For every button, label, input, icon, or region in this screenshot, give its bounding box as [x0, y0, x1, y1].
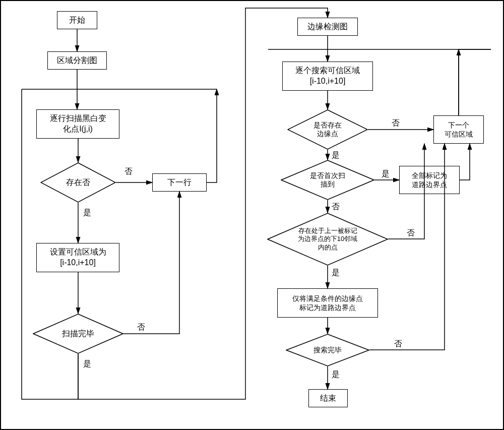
node-label: 是否存在 边缘点: [310, 121, 345, 139]
node-label: 全部标记为 道路边界点: [412, 171, 447, 189]
edge-label-yes: 是: [332, 268, 340, 278]
node-neighbor-q: 存在处于上一被标记 为边界点的下10邻域 内的点: [267, 213, 388, 266]
node-scan-row: 逐行扫描黑白变 化点I(j,i): [36, 109, 119, 139]
node-label: 结束: [320, 393, 336, 404]
edge-label-yes: 是: [382, 169, 390, 179]
node-search-trust: 逐个搜索可信区域 [i-10,i+10]: [282, 62, 373, 91]
node-label: 存在否: [63, 177, 93, 188]
edge-label-yes: 是: [332, 150, 340, 161]
node-label: 下一个 可信区域: [445, 120, 473, 139]
node-start: 开始: [57, 11, 97, 29]
node-label: 存在处于上一被标记 为边界点的下10邻域 内的点: [295, 227, 360, 252]
node-label: 仅将满足条件的边缘点 标记为道路边界点: [292, 294, 363, 312]
node-label: 区域分割图: [57, 55, 97, 66]
node-next-trust: 下一个 可信区域: [433, 115, 484, 144]
edge-label-no: 否: [394, 339, 402, 349]
node-edge-map: 边缘检测图: [297, 18, 358, 36]
flowchart-canvas: 开始 区域分割图 逐行扫描黑白变 化点I(j,i) 存在否 下一行 设置可信区域…: [0, 0, 504, 430]
node-label: 逐行扫描黑白变 化点I(j,i): [50, 113, 106, 135]
node-label: 设置可信区域为 [i-10,i+10]: [50, 247, 106, 268]
node-mark-cond: 仅将满足条件的边缘点 标记为道路边界点: [277, 288, 378, 318]
node-next-row: 下一行: [152, 173, 207, 192]
node-exist-q: 存在否: [40, 162, 116, 203]
node-label: 是否首次扫 描到: [307, 171, 348, 189]
edge-label-no: 否: [124, 166, 133, 177]
node-search-done-q: 搜索完毕: [286, 334, 369, 366]
node-label: 逐个搜索可信区域 [i-10,i+10]: [295, 66, 360, 87]
edge-label-no: 否: [332, 202, 340, 212]
node-label: 搜索完毕: [310, 346, 345, 355]
node-end: 结束: [308, 389, 348, 407]
edge-label-yes: 是: [83, 208, 91, 218]
node-edge-point-q: 是否存在 边缘点: [287, 109, 368, 150]
edge-label-no: 否: [392, 118, 400, 129]
node-mark-all: 全部标记为 道路边界点: [399, 166, 460, 194]
node-label: 开始: [69, 15, 85, 26]
node-label: 扫描完毕: [59, 329, 97, 339]
node-label: 边缘检测图: [307, 22, 348, 32]
edge-label-no: 否: [407, 228, 415, 238]
node-region-seg: 区域分割图: [47, 51, 107, 70]
node-first-scan-q: 是否首次扫 描到: [281, 160, 374, 200]
edge-label-no: 否: [137, 322, 145, 333]
node-set-trust: 设置可信区域为 [i-10,i+10]: [36, 243, 119, 272]
node-scan-done-q: 扫描完毕: [33, 314, 123, 354]
edge-label-yes: 是: [83, 359, 91, 370]
node-label: 下一行: [167, 177, 192, 188]
edge-label-yes: 是: [332, 370, 340, 380]
